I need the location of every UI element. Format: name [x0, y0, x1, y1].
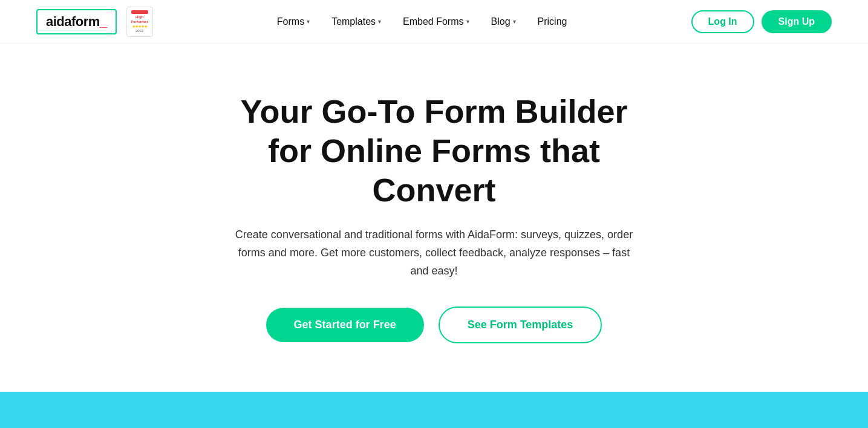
login-button[interactable]: Log In — [691, 10, 754, 33]
nav-link-templates[interactable]: Templates ▾ — [331, 16, 381, 27]
nav-link-forms[interactable]: Forms ▾ — [277, 16, 310, 27]
nav-label-embed-forms: Embed Forms — [403, 16, 463, 27]
bottom-preview-section — [0, 392, 868, 428]
nav-link-embed-forms[interactable]: Embed Forms ▾ — [403, 16, 469, 27]
chevron-down-icon: ▾ — [466, 18, 469, 25]
hero-title-line1: Your Go-To Form Builder — [241, 93, 628, 129]
nav-link-blog[interactable]: Blog ▾ — [491, 16, 516, 27]
nav-label-blog: Blog — [491, 16, 511, 27]
badge-top-bar — [131, 10, 148, 14]
high-performer-badge: HighPerformer ★★★★★ 2022 — [126, 7, 153, 37]
nav-right: Log In Sign Up — [691, 10, 832, 33]
nav-links: Forms ▾ Templates ▾ Embed Forms ▾ Blog ▾ — [277, 16, 567, 27]
chevron-down-icon: ▾ — [513, 18, 516, 25]
logo[interactable]: aidaform_ — [36, 9, 117, 34]
nav-label-templates: Templates — [331, 16, 376, 27]
hero-section: Your Go-To Form Builder for Online Forms… — [0, 44, 868, 380]
nav-left: aidaform_ HighPerformer ★★★★★ 2022 — [36, 7, 153, 37]
chevron-down-icon: ▾ — [307, 18, 310, 25]
nav-item-embed-forms[interactable]: Embed Forms ▾ — [403, 16, 469, 27]
nav-item-blog[interactable]: Blog ▾ — [491, 16, 516, 27]
badge-year: 2022 — [135, 29, 143, 33]
logo-text: aidaform_ — [46, 14, 107, 30]
hero-title-line2: for Online Forms that Convert — [268, 132, 600, 208]
hero-buttons: Get Started for Free See Form Templates — [266, 306, 602, 343]
nav-item-forms[interactable]: Forms ▾ — [277, 16, 310, 27]
nav-label-pricing: Pricing — [538, 16, 567, 27]
signup-button[interactable]: Sign Up — [762, 10, 832, 33]
hero-subtitle: Create conversational and traditional fo… — [229, 226, 640, 280]
badge-text: HighPerformer — [131, 15, 148, 24]
chevron-down-icon: ▾ — [378, 18, 381, 25]
nav-item-pricing[interactable]: Pricing — [538, 16, 567, 27]
nav-item-templates[interactable]: Templates ▾ — [331, 16, 381, 27]
get-started-button[interactable]: Get Started for Free — [266, 308, 424, 342]
nav-label-forms: Forms — [277, 16, 304, 27]
badge-stars: ★★★★★ — [132, 24, 147, 29]
logo-cursor: _ — [100, 14, 107, 29]
nav-link-pricing[interactable]: Pricing — [538, 16, 567, 27]
hero-title: Your Go-To Form Builder for Online Forms… — [223, 92, 646, 209]
see-templates-button[interactable]: See Form Templates — [439, 306, 602, 343]
navbar: aidaform_ HighPerformer ★★★★★ 2022 Forms… — [0, 0, 868, 44]
